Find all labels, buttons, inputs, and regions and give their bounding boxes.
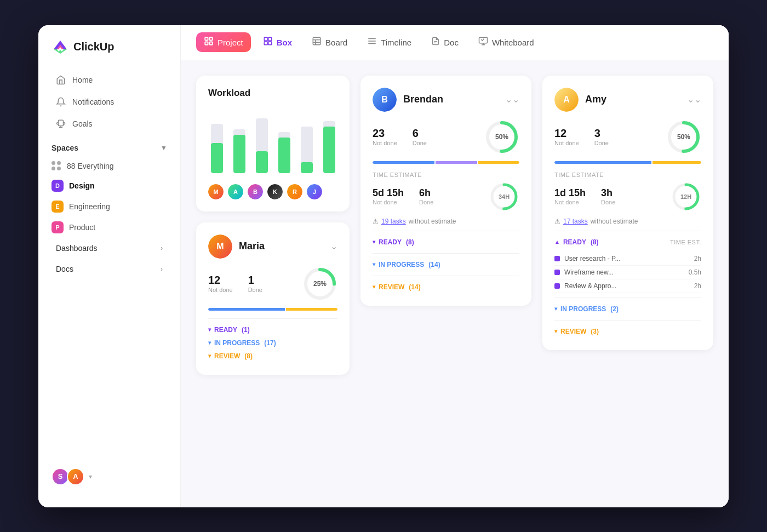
amy-task-list: User research - P... 2h Wireframe new...… — [554, 252, 701, 293]
logo[interactable]: ClickUp — [38, 38, 180, 69]
maria-done: 1 Done — [248, 274, 262, 293]
workload-card: Workload — [196, 76, 350, 211]
maria-not-done-label: Not done — [208, 287, 233, 293]
brendan-ready-row[interactable]: ▾ READY (8) — [373, 236, 519, 249]
sidebar-item-product[interactable]: P Product — [38, 217, 180, 238]
maria-ring: 25% — [302, 266, 337, 301]
sidebar-item-home[interactable]: Home — [43, 70, 176, 90]
whiteboard-label: Whiteboard — [492, 38, 534, 47]
topbar-whiteboard[interactable]: Whiteboard — [471, 32, 542, 52]
amy-time-estimate: TIME ESTIMATE 1d 15h Not done 3h Done — [554, 171, 701, 212]
svg-rect-8 — [264, 37, 267, 41]
amy-te-label: TIME ESTIMATE — [554, 171, 701, 178]
brendan-review-row[interactable]: ▾ REVIEW (14) — [373, 281, 519, 294]
amy-not-done-num: 12 — [554, 127, 579, 140]
topbar-box[interactable]: Box — [255, 32, 300, 52]
topbar-doc[interactable]: Doc — [423, 32, 466, 52]
amy-expand-icon[interactable]: ⌄⌄ — [687, 94, 701, 105]
brendan-info: B Brendan — [373, 88, 443, 112]
project-icon — [204, 36, 214, 48]
task-row-1[interactable]: User research - P... 2h — [554, 252, 701, 266]
design-label: Design — [69, 181, 95, 190]
topbar-board[interactable]: Board — [304, 32, 355, 52]
amy-te-done: 3h Done — [601, 187, 615, 205]
goals-label: Goals — [72, 119, 93, 128]
task-row-3[interactable]: Review & Appro... 2h — [554, 279, 701, 293]
task-2-dot — [554, 270, 560, 275]
maria-review-row[interactable]: ▾ REVIEW (8) — [208, 350, 337, 363]
sidebar-item-everything[interactable]: 88 Everything — [38, 157, 180, 175]
main-content: Project Box — [181, 25, 729, 507]
amy-ready-header-row: ▲ READY (8) TIME EST. — [554, 236, 701, 249]
clickup-logo-icon — [51, 38, 69, 56]
amy-percent: 50% — [677, 133, 690, 141]
sidebar-item-docs[interactable]: Docs › — [43, 259, 176, 279]
sidebar-item-goals[interactable]: Goals — [43, 113, 176, 134]
left-column: Workload — [196, 76, 350, 492]
brendan-done-num: 6 — [413, 127, 427, 140]
maria-review-count: (8) — [244, 352, 253, 360]
avatar-user2[interactable]: A — [67, 468, 84, 485]
workload-avatars: M A B K R — [208, 181, 337, 199]
brendan-te-d-label: Done — [419, 199, 433, 205]
everything-dots-icon — [51, 161, 61, 171]
amy-ready-count: (8) — [591, 238, 599, 246]
maria-not-done: 12 Not done — [208, 274, 233, 293]
maria-expand-icon[interactable]: ⌄ — [330, 241, 337, 251]
brendan-expand-icon[interactable]: ⌄⌄ — [505, 94, 519, 105]
svg-rect-12 — [313, 37, 320, 45]
maria-stats-row: 12 Not done 1 Done 25% — [208, 266, 337, 301]
brendan-not-done-label: Not done — [373, 140, 397, 146]
timeline-icon — [367, 36, 377, 48]
sidebar-item-notifications[interactable]: Notifications — [43, 91, 176, 112]
maria-inprogress-row[interactable]: ▾ IN PROGRESS (17) — [208, 336, 337, 350]
app-frame: ClickUp Home Notifications Goals — [38, 25, 729, 507]
amy-review-label: REVIEW — [560, 328, 586, 335]
amy-te-nd-num: 1d 15h — [554, 187, 586, 199]
user2-initial: A — [73, 472, 78, 480]
product-badge: P — [51, 221, 64, 233]
dashboards-chevron-icon: › — [161, 244, 163, 252]
box-icon — [263, 36, 273, 48]
content-area: Workload — [181, 60, 729, 507]
amy-review-row[interactable]: ▾ REVIEW (3) — [554, 325, 701, 338]
bar-fill-6 — [323, 127, 335, 173]
brendan-te-nd-num: 5d 15h — [373, 187, 404, 199]
bar-bg-1 — [211, 124, 223, 173]
amy-te-badge-label: 12H — [680, 193, 691, 200]
amy-ready-row[interactable]: ▲ READY (8) — [554, 236, 599, 249]
home-icon — [56, 75, 66, 85]
amy-done: 3 Done — [594, 127, 609, 146]
task-row-2[interactable]: Wireframe new... 0.5h — [554, 266, 701, 279]
maria-avatar: M — [208, 234, 232, 259]
sidebar-footer: S A ▾ — [38, 459, 180, 494]
sidebar-item-design[interactable]: D Design — [38, 175, 180, 196]
topbar-project[interactable]: Project — [196, 32, 251, 52]
footer-chevron-icon[interactable]: ▾ — [89, 473, 92, 480]
amy-inprogress-count: (2) — [610, 305, 619, 313]
bar-col-3 — [253, 118, 270, 173]
maria-ready-row[interactable]: ▾ READY (1) — [208, 323, 337, 336]
maria-info: M Maria — [208, 234, 265, 259]
brendan-inprogress-row[interactable]: ▾ IN PROGRESS (14) — [373, 258, 519, 271]
bar-bg-5 — [301, 127, 313, 173]
sidebar-item-dashboards[interactable]: Dashboards › — [43, 238, 176, 258]
task-3-dot — [554, 283, 560, 289]
topbar-timeline[interactable]: Timeline — [359, 32, 419, 52]
sidebar-item-engineering[interactable]: E Engineering — [38, 196, 180, 217]
brendan-ready-label: READY — [379, 238, 402, 246]
amy-warning-text[interactable]: 17 tasks — [563, 218, 588, 225]
brendan-te-label: TIME ESTIMATE — [373, 171, 519, 178]
bar-fill-3 — [256, 151, 268, 173]
wa-6: J — [307, 184, 322, 199]
brendan-te-d-num: 6h — [419, 187, 433, 199]
brendan-not-done: 23 Not done — [373, 127, 397, 146]
logo-text: ClickUp — [73, 41, 114, 53]
amy-inprogress-label: IN PROGRESS — [560, 305, 606, 313]
docs-chevron-icon: › — [161, 265, 163, 273]
amy-done-num: 3 — [594, 127, 609, 140]
brendan-warning-text[interactable]: 19 tasks — [381, 218, 406, 225]
amy-inprogress-row[interactable]: ▾ IN PROGRESS (2) — [554, 302, 701, 316]
spaces-section-header[interactable]: Spaces ▼ — [38, 135, 180, 157]
brendan-inprogress-count: (14) — [428, 261, 440, 268]
